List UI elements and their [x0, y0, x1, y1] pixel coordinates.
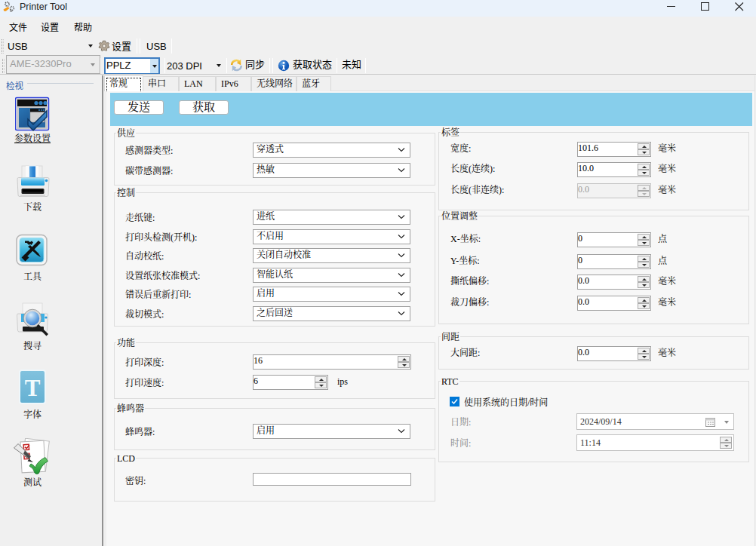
- svg-text:T: T: [25, 375, 41, 401]
